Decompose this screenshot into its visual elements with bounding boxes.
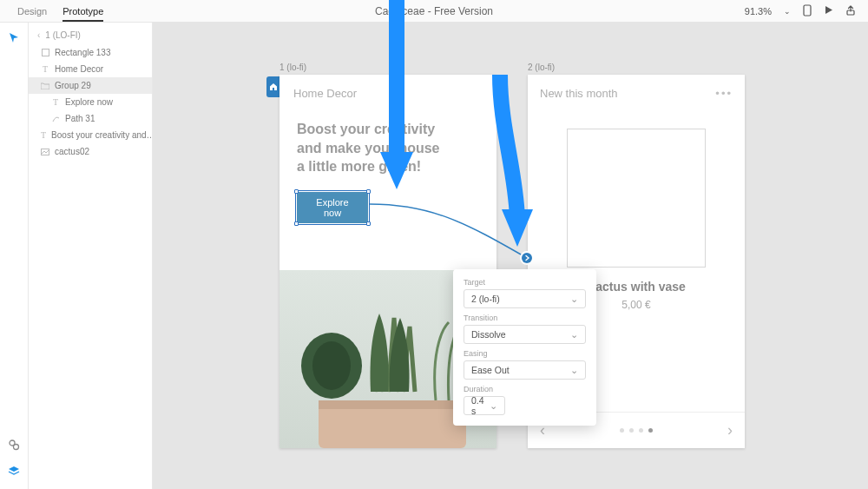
document-title: Cactaceae - Free Version bbox=[375, 5, 493, 17]
page-dots bbox=[620, 428, 653, 433]
home-indicator-icon[interactable] bbox=[266, 76, 280, 97]
layer-row-rectangle[interactable]: Rectangle 133 bbox=[29, 44, 152, 61]
chevron-down-icon[interactable]: ⌄ bbox=[784, 7, 791, 16]
chevron-down-icon: ⌄ bbox=[490, 400, 497, 411]
select-value: Ease Out bbox=[471, 365, 510, 375]
interaction-popover: Target 2 (lo-fi) ⌄ Transition Dissolve ⌄… bbox=[453, 269, 596, 426]
artboard2-label[interactable]: 2 (lo-fi) bbox=[528, 63, 555, 72]
target-label: Target bbox=[464, 278, 586, 287]
headline-line: and make your house bbox=[297, 139, 479, 158]
wire-end-node[interactable] bbox=[522, 253, 532, 263]
product-image-placeholder bbox=[567, 129, 706, 268]
layers-icon[interactable] bbox=[8, 465, 20, 480]
share-icon[interactable] bbox=[845, 5, 856, 17]
text-icon: T bbox=[41, 65, 49, 74]
tab-design[interactable]: Design bbox=[17, 6, 47, 17]
page-dot[interactable] bbox=[620, 428, 624, 433]
svg-point-3 bbox=[14, 445, 19, 450]
selection-handle[interactable] bbox=[366, 221, 371, 226]
headline-line: a little more green! bbox=[297, 157, 479, 176]
select-value: 0.4 s bbox=[471, 395, 490, 416]
ab2-header: New this month bbox=[540, 87, 618, 100]
artboard1-label[interactable]: 1 (lo-fi) bbox=[279, 63, 306, 72]
layer-row-group29[interactable]: Group 29 bbox=[29, 77, 152, 94]
layer-row-explore[interactable]: T Explore now bbox=[29, 94, 152, 110]
ab1-header: Home Decor bbox=[279, 75, 496, 111]
layers-panel: ‹ 1 (LO-FI) Rectangle 133 T Home Decor G… bbox=[29, 23, 153, 489]
duration-label: Duration bbox=[464, 385, 586, 393]
layer-row-boost[interactable]: T Boost your creativity and… bbox=[29, 127, 152, 143]
plugins-icon[interactable] bbox=[8, 439, 20, 454]
easing-label: Easing bbox=[464, 349, 586, 358]
layer-label: Path 31 bbox=[65, 114, 95, 123]
text-icon: T bbox=[51, 98, 60, 107]
text-icon: T bbox=[41, 131, 46, 140]
layer-row-path31[interactable]: Path 31 bbox=[29, 110, 152, 127]
easing-select[interactable]: Ease Out ⌄ bbox=[464, 360, 586, 380]
svg-rect-4 bbox=[42, 50, 49, 56]
chevron-down-icon: ⌄ bbox=[570, 329, 578, 340]
svg-rect-0 bbox=[804, 5, 811, 16]
folder-icon bbox=[41, 82, 49, 90]
select-value: Dissolve bbox=[471, 329, 506, 340]
duration-select[interactable]: 0.4 s ⌄ bbox=[464, 396, 505, 415]
headline-line: Boost your creativity bbox=[297, 120, 479, 139]
top-toolbar: Design Prototype Cactaceae - Free Versio… bbox=[0, 0, 868, 23]
select-value: 2 (lo-fi) bbox=[471, 294, 500, 304]
page-dot[interactable] bbox=[639, 428, 643, 433]
more-icon[interactable]: ••• bbox=[715, 87, 733, 100]
zoom-level[interactable]: 91.3% bbox=[745, 6, 772, 17]
page-dot[interactable] bbox=[629, 428, 634, 433]
ab1-headline: Boost your creativity and make your hous… bbox=[279, 111, 496, 176]
breadcrumb-label: 1 (LO-FI) bbox=[45, 30, 81, 40]
device-icon[interactable] bbox=[803, 4, 812, 18]
layer-label: Explore now bbox=[65, 97, 113, 107]
rect-icon bbox=[41, 49, 49, 57]
path-icon bbox=[51, 115, 60, 123]
target-select[interactable]: 2 (lo-fi) ⌄ bbox=[464, 289, 586, 308]
svg-rect-9 bbox=[319, 400, 466, 409]
layer-label: Boost your creativity and… bbox=[51, 130, 153, 140]
tab-prototype[interactable]: Prototype bbox=[62, 6, 103, 22]
chevron-down-icon: ⌄ bbox=[570, 365, 578, 375]
layer-row-cactus[interactable]: cactus02 bbox=[29, 143, 152, 160]
selection-handle[interactable] bbox=[366, 189, 371, 194]
transition-label: Transition bbox=[464, 314, 586, 322]
canvas[interactable]: 1 (lo-fi) 2 (lo-fi) Home Decor Boost you… bbox=[153, 23, 868, 489]
svg-point-7 bbox=[312, 341, 351, 390]
left-toolstrip bbox=[0, 23, 29, 489]
selection-handle[interactable] bbox=[294, 189, 299, 194]
page-dot[interactable] bbox=[648, 428, 653, 433]
explore-now-button[interactable]: Explore now bbox=[297, 192, 368, 223]
chevron-left-icon: ‹ bbox=[37, 30, 40, 40]
layer-label: cactus02 bbox=[55, 147, 89, 156]
chevron-down-icon: ⌄ bbox=[570, 294, 578, 304]
transition-select[interactable]: Dissolve ⌄ bbox=[464, 325, 586, 344]
breadcrumb[interactable]: ‹ 1 (LO-FI) bbox=[29, 26, 152, 44]
selection-handle[interactable] bbox=[294, 221, 299, 226]
next-icon[interactable]: › bbox=[727, 421, 733, 439]
move-tool-icon[interactable] bbox=[8, 31, 20, 47]
button-label: Explore now bbox=[316, 197, 348, 218]
image-icon bbox=[41, 148, 49, 156]
play-icon[interactable] bbox=[824, 5, 833, 17]
layer-label: Rectangle 133 bbox=[55, 48, 111, 57]
layer-label: Group 29 bbox=[55, 81, 91, 90]
layer-label: Home Decor bbox=[55, 64, 103, 74]
layer-row-text[interactable]: T Home Decor bbox=[29, 61, 152, 77]
